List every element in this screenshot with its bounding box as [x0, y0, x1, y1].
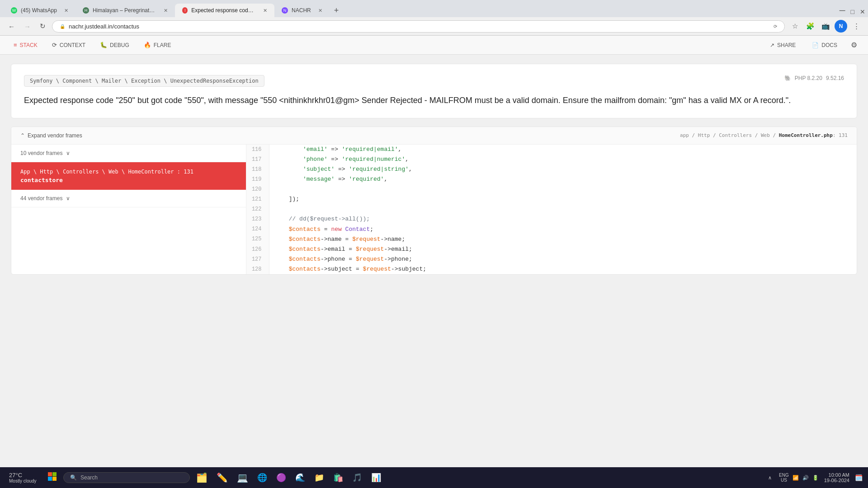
stack-button[interactable]: ≡ STACK [7, 39, 44, 51]
stack-frames: 10 vendor frames ∨ App \ Http \ Controll… [11, 145, 246, 274]
chevron-up-icon[interactable]: ∧ [768, 475, 772, 481]
error-breadcrumb-container: Symfony \ Component \ Mailer \ Exception… [24, 75, 264, 94]
tab-nachr[interactable]: N NACHR ✕ [274, 4, 330, 17]
flare-label: FLARE [154, 42, 171, 48]
file-name: HomeController.php [779, 132, 833, 138]
taskbar-spotify-icon[interactable]: 🎵 [349, 471, 366, 484]
error-versions: 🐘 PHP 8.2.20 9.52.16 [784, 75, 844, 81]
context-button[interactable]: ⟳ CONTEXT [46, 39, 92, 51]
context-icon: ⟳ [52, 42, 57, 48]
code-line-123: 123 // dd($request->all()); [246, 214, 857, 224]
svg-rect-0 [48, 472, 52, 476]
volume-icon[interactable]: 🔊 [802, 475, 809, 481]
docs-button[interactable]: 📄 DOCS [806, 39, 844, 51]
tab-favicon-nachr: N [282, 7, 288, 14]
notifications-icon[interactable]: 🗓️ [855, 474, 863, 481]
taskbar-paint-icon[interactable]: ✏️ [213, 470, 231, 485]
tab-close-expected[interactable]: ✕ [263, 8, 267, 14]
weather-desc: Mostly cloudy [9, 479, 38, 483]
clock-time: 10:00 AM [829, 472, 849, 478]
toolbar-left: ≡ STACK ⟳ CONTEXT 🐛 DEBUG 🔥 FLARE [7, 39, 764, 51]
vendor-frames-44[interactable]: 44 vendor frames ∨ [11, 190, 246, 207]
code-content-127: $contacts->phone = $request->phone; [269, 254, 857, 264]
start-button[interactable] [44, 470, 61, 485]
minimize-button[interactable]: ─ [837, 4, 848, 17]
code-line-117: 117 'phone' => 'required|numeric', [246, 155, 857, 164]
close-browser-button[interactable]: ✕ [857, 6, 868, 17]
code-content-116: 'email' => 'required|email', [269, 145, 857, 155]
line-num-118: 118 [246, 164, 269, 174]
expand-vendor-icon: ⌃ [20, 132, 25, 139]
active-frame[interactable]: App \ Http \ Controllers \ Web \ HomeCon… [11, 162, 246, 190]
php-icon: 🐘 [784, 75, 791, 81]
debug-icon: 🐛 [100, 42, 107, 48]
toolbar-right: ↗ SHARE 📄 DOCS ⚙ [764, 39, 861, 51]
taskbar-terminal-icon[interactable]: 💻 [233, 470, 252, 485]
taskbar-language: ENG US [779, 473, 789, 483]
taskbar-excel-icon[interactable]: 📊 [368, 471, 385, 484]
taskbar-teams-icon[interactable]: 🟣 [273, 471, 290, 484]
reload-button[interactable]: ↻ [37, 20, 48, 32]
tab-close-whatsapp[interactable]: ✕ [64, 8, 68, 14]
taskbar-edge-icon[interactable]: 🌊 [292, 471, 309, 484]
vendor-count-10: 10 vendor frames [20, 150, 62, 156]
search-icon: 🔍 [70, 474, 77, 481]
settings-button[interactable]: ⚙ [847, 39, 861, 51]
menu-button[interactable]: ⋮ [850, 20, 863, 33]
tab-close-himalayan[interactable]: ✕ [164, 8, 168, 14]
taskbar-store-icon[interactable]: 🛍️ [330, 471, 347, 484]
tab-close-nachr[interactable]: ✕ [318, 8, 322, 14]
taskbar: 27°C Mostly cloudy 🔍 Search 🗂️ ✏️ 💻 🌐 🟣 … [0, 467, 868, 488]
back-button[interactable]: ← [5, 21, 18, 32]
line-num-117: 117 [246, 155, 269, 164]
tab-himalayan[interactable]: H Himalayan – Peregrinators ✕ [75, 4, 175, 17]
taskbar-right: ∧ ENG US 📶 🔊 🔋 10:00 AM 19-06-2024 🗓️ [768, 472, 863, 483]
line-num-122: 122 [246, 204, 269, 214]
code-content-128: $contacts->subject = $request->subject; [269, 264, 857, 274]
battery-icon[interactable]: 🔋 [812, 475, 819, 481]
code-content-122 [269, 204, 857, 214]
tab-bar: W (45) WhatsApp ✕ H Himalayan – Peregrin… [0, 0, 868, 17]
flare-button[interactable]: 🔥 FLARE [137, 39, 178, 51]
bookmark-button[interactable]: ☆ [788, 20, 801, 33]
code-line-124: 124 $contacts = new Contact; [246, 225, 857, 235]
vendor-frames-10[interactable]: 10 vendor frames ∨ [11, 145, 246, 162]
taskbar-clock[interactable]: 10:00 AM 19-06-2024 [824, 472, 849, 483]
code-content-124: $contacts = new Contact; [269, 225, 857, 235]
profile-button[interactable]: N [835, 20, 847, 33]
code-line-121: 121 ]); [246, 194, 857, 204]
debug-button[interactable]: 🐛 DEBUG [94, 39, 136, 51]
expand-vendor-button[interactable]: ⌃ Expand vendor frames [20, 132, 82, 139]
tab-expected[interactable]: ! Expected response code "250" ✕ [175, 4, 274, 17]
code-line-127: 127 $contacts->phone = $request->phone; [246, 254, 857, 264]
svg-rect-3 [52, 477, 57, 481]
wifi-icon[interactable]: 📶 [793, 475, 799, 481]
search-label: Search [80, 474, 98, 481]
taskbar-files-icon[interactable]: 🗂️ [193, 470, 211, 485]
browser-icons: ☆ 🧩 📺 N ⋮ [788, 20, 863, 33]
expand-vendor-label: Expand vendor frames [28, 132, 82, 139]
taskbar-chrome-icon[interactable]: 🌐 [254, 471, 271, 484]
taskbar-search[interactable]: 🔍 Search [63, 472, 190, 483]
code-content-125: $contacts->name = $request->name; [269, 235, 857, 244]
forward-button[interactable]: → [21, 21, 33, 32]
code-content-121: ]); [269, 194, 857, 204]
tab-whatsapp[interactable]: W (45) WhatsApp ✕ [4, 4, 75, 17]
tab-favicon-himalayan: H [83, 7, 89, 14]
share-button[interactable]: ↗ SHARE [764, 39, 802, 51]
cast-button[interactable]: 📺 [819, 20, 832, 33]
line-num-124: 124 [246, 225, 269, 235]
taskbar-icons: 🗂️ ✏️ 💻 🌐 🟣 🌊 📁 🛍️ 🎵 📊 [193, 470, 385, 485]
share-icon: ↗ [770, 42, 774, 48]
error-card: Symfony \ Component \ Mailer \ Exception… [11, 64, 857, 118]
new-tab-button[interactable]: + [330, 4, 344, 17]
maximize-button[interactable]: □ [848, 6, 857, 17]
extensions-button[interactable]: 🧩 [804, 20, 816, 33]
line-num-119: 119 [246, 174, 269, 184]
clock-date: 19-06-2024 [824, 478, 849, 483]
line-num-125: 125 [246, 235, 269, 244]
taskbar-files2-icon[interactable]: 📁 [311, 471, 328, 484]
address-bar[interactable]: 🔒 nachr.justdeall.in/contactus ⟳ [52, 20, 785, 33]
main-content: Symfony \ Component \ Mailer \ Exception… [0, 55, 868, 450]
error-header-row: Symfony \ Component \ Mailer \ Exception… [24, 75, 844, 94]
